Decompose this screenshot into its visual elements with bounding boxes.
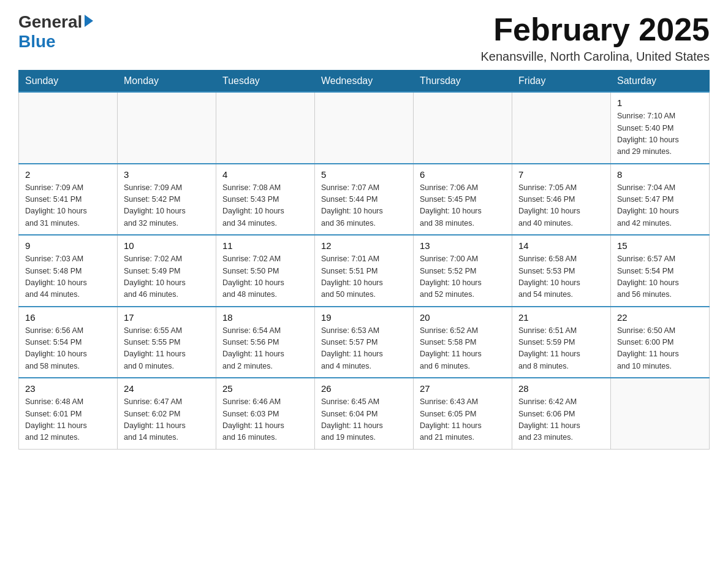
day-info: Sunrise: 6:43 AM Sunset: 6:05 PM Dayligh… (420, 396, 506, 444)
day-number: 1 (617, 98, 703, 108)
day-info: Sunrise: 7:02 AM Sunset: 5:49 PM Dayligh… (124, 253, 210, 301)
calendar-cell (611, 378, 710, 449)
day-info: Sunrise: 6:56 AM Sunset: 5:54 PM Dayligh… (25, 325, 111, 373)
calendar-cell: 4Sunrise: 7:08 AM Sunset: 5:43 PM Daylig… (216, 164, 315, 236)
calendar-cell: 1Sunrise: 7:10 AM Sunset: 5:40 PM Daylig… (611, 92, 710, 164)
calendar-cell: 15Sunrise: 6:57 AM Sunset: 5:54 PM Dayli… (611, 235, 710, 307)
day-number: 12 (321, 240, 407, 251)
logo-general-text: General (18, 12, 82, 32)
calendar-table: SundayMondayTuesdayWednesdayThursdayFrid… (18, 70, 710, 450)
day-info: Sunrise: 6:47 AM Sunset: 6:02 PM Dayligh… (124, 396, 210, 444)
calendar-cell: 17Sunrise: 6:55 AM Sunset: 5:55 PM Dayli… (118, 307, 216, 378)
calendar-week-row: 16Sunrise: 6:56 AM Sunset: 5:54 PM Dayli… (19, 307, 710, 378)
column-header-sunday: Sunday (19, 71, 118, 93)
day-number: 11 (222, 240, 308, 251)
calendar-week-row: 9Sunrise: 7:03 AM Sunset: 5:48 PM Daylig… (19, 235, 710, 307)
column-header-friday: Friday (512, 71, 611, 93)
day-number: 9 (25, 240, 111, 251)
calendar-cell (315, 92, 414, 164)
calendar-cell: 28Sunrise: 6:42 AM Sunset: 6:06 PM Dayli… (512, 378, 611, 449)
column-header-monday: Monday (118, 71, 216, 93)
day-info: Sunrise: 6:58 AM Sunset: 5:53 PM Dayligh… (518, 253, 604, 301)
column-header-saturday: Saturday (611, 71, 710, 93)
day-info: Sunrise: 7:02 AM Sunset: 5:50 PM Dayligh… (222, 253, 308, 301)
day-number: 10 (124, 240, 210, 251)
day-number: 25 (222, 383, 308, 394)
calendar-cell: 19Sunrise: 6:53 AM Sunset: 5:57 PM Dayli… (315, 307, 414, 378)
calendar-week-row: 23Sunrise: 6:48 AM Sunset: 6:01 PM Dayli… (19, 378, 710, 449)
calendar-cell: 2Sunrise: 7:09 AM Sunset: 5:41 PM Daylig… (19, 164, 118, 236)
day-info: Sunrise: 6:42 AM Sunset: 6:06 PM Dayligh… (518, 396, 604, 444)
day-number: 23 (25, 383, 111, 394)
calendar-cell: 21Sunrise: 6:51 AM Sunset: 5:59 PM Dayli… (512, 307, 611, 378)
day-info: Sunrise: 6:57 AM Sunset: 5:54 PM Dayligh… (617, 253, 703, 301)
day-number: 20 (420, 312, 506, 323)
calendar-cell: 22Sunrise: 6:50 AM Sunset: 6:00 PM Dayli… (611, 307, 710, 378)
day-number: 5 (321, 169, 407, 180)
day-number: 28 (518, 383, 604, 394)
day-number: 7 (518, 169, 604, 180)
day-number: 24 (124, 383, 210, 394)
day-number: 4 (222, 169, 308, 180)
day-info: Sunrise: 7:04 AM Sunset: 5:47 PM Dayligh… (617, 182, 703, 230)
day-info: Sunrise: 6:53 AM Sunset: 5:57 PM Dayligh… (321, 325, 407, 373)
calendar-cell: 20Sunrise: 6:52 AM Sunset: 5:58 PM Dayli… (414, 307, 512, 378)
calendar-cell: 5Sunrise: 7:07 AM Sunset: 5:44 PM Daylig… (315, 164, 414, 236)
title-section: February 2025 Kenansville, North Carolin… (480, 12, 710, 64)
calendar-cell: 13Sunrise: 7:00 AM Sunset: 5:52 PM Dayli… (414, 235, 512, 307)
day-info: Sunrise: 6:52 AM Sunset: 5:58 PM Dayligh… (420, 325, 506, 373)
calendar-week-row: 2Sunrise: 7:09 AM Sunset: 5:41 PM Daylig… (19, 164, 710, 236)
day-info: Sunrise: 6:50 AM Sunset: 6:00 PM Dayligh… (617, 325, 703, 373)
day-info: Sunrise: 7:08 AM Sunset: 5:43 PM Dayligh… (222, 182, 308, 230)
day-number: 16 (25, 312, 111, 323)
calendar-cell: 14Sunrise: 6:58 AM Sunset: 5:53 PM Dayli… (512, 235, 611, 307)
day-number: 6 (420, 169, 506, 180)
logo-line1: General (18, 12, 93, 32)
location-text: Kenansville, North Carolina, United Stat… (480, 50, 710, 64)
calendar-cell: 7Sunrise: 7:05 AM Sunset: 5:46 PM Daylig… (512, 164, 611, 236)
day-number: 15 (617, 240, 703, 251)
day-info: Sunrise: 7:00 AM Sunset: 5:52 PM Dayligh… (420, 253, 506, 301)
calendar-cell: 16Sunrise: 6:56 AM Sunset: 5:54 PM Dayli… (19, 307, 118, 378)
day-info: Sunrise: 6:51 AM Sunset: 5:59 PM Dayligh… (518, 325, 604, 373)
column-header-thursday: Thursday (414, 71, 512, 93)
calendar-cell: 12Sunrise: 7:01 AM Sunset: 5:51 PM Dayli… (315, 235, 414, 307)
day-info: Sunrise: 7:05 AM Sunset: 5:46 PM Dayligh… (518, 182, 604, 230)
day-info: Sunrise: 7:09 AM Sunset: 5:41 PM Dayligh… (25, 182, 111, 230)
calendar-cell: 26Sunrise: 6:45 AM Sunset: 6:04 PM Dayli… (315, 378, 414, 449)
day-number: 22 (617, 312, 703, 323)
calendar-cell (216, 92, 315, 164)
calendar-header-row: SundayMondayTuesdayWednesdayThursdayFrid… (19, 71, 710, 93)
day-number: 14 (518, 240, 604, 251)
calendar-cell: 6Sunrise: 7:06 AM Sunset: 5:45 PM Daylig… (414, 164, 512, 236)
logo-arrow-icon (85, 15, 93, 27)
day-number: 2 (25, 169, 111, 180)
calendar-cell: 18Sunrise: 6:54 AM Sunset: 5:56 PM Dayli… (216, 307, 315, 378)
day-number: 19 (321, 312, 407, 323)
calendar-cell (118, 92, 216, 164)
calendar-cell: 3Sunrise: 7:09 AM Sunset: 5:42 PM Daylig… (118, 164, 216, 236)
calendar-cell: 11Sunrise: 7:02 AM Sunset: 5:50 PM Dayli… (216, 235, 315, 307)
page-header: General Blue February 2025 Kenansville, … (18, 12, 710, 64)
day-number: 26 (321, 383, 407, 394)
calendar-cell: 10Sunrise: 7:02 AM Sunset: 5:49 PM Dayli… (118, 235, 216, 307)
day-info: Sunrise: 6:46 AM Sunset: 6:03 PM Dayligh… (222, 396, 308, 444)
calendar-cell: 27Sunrise: 6:43 AM Sunset: 6:05 PM Dayli… (414, 378, 512, 449)
calendar-title: February 2025 (480, 12, 710, 47)
logo: General Blue (18, 12, 93, 52)
logo-blue-text: Blue (18, 32, 56, 52)
day-info: Sunrise: 7:01 AM Sunset: 5:51 PM Dayligh… (321, 253, 407, 301)
calendar-cell (414, 92, 512, 164)
day-info: Sunrise: 7:03 AM Sunset: 5:48 PM Dayligh… (25, 253, 111, 301)
day-number: 8 (617, 169, 703, 180)
calendar-week-row: 1Sunrise: 7:10 AM Sunset: 5:40 PM Daylig… (19, 92, 710, 164)
day-info: Sunrise: 7:06 AM Sunset: 5:45 PM Dayligh… (420, 182, 506, 230)
day-number: 13 (420, 240, 506, 251)
day-number: 27 (420, 383, 506, 394)
day-number: 17 (124, 312, 210, 323)
column-header-tuesday: Tuesday (216, 71, 315, 93)
calendar-cell: 8Sunrise: 7:04 AM Sunset: 5:47 PM Daylig… (611, 164, 710, 236)
day-number: 3 (124, 169, 210, 180)
day-info: Sunrise: 6:48 AM Sunset: 6:01 PM Dayligh… (25, 396, 111, 444)
calendar-cell: 24Sunrise: 6:47 AM Sunset: 6:02 PM Dayli… (118, 378, 216, 449)
